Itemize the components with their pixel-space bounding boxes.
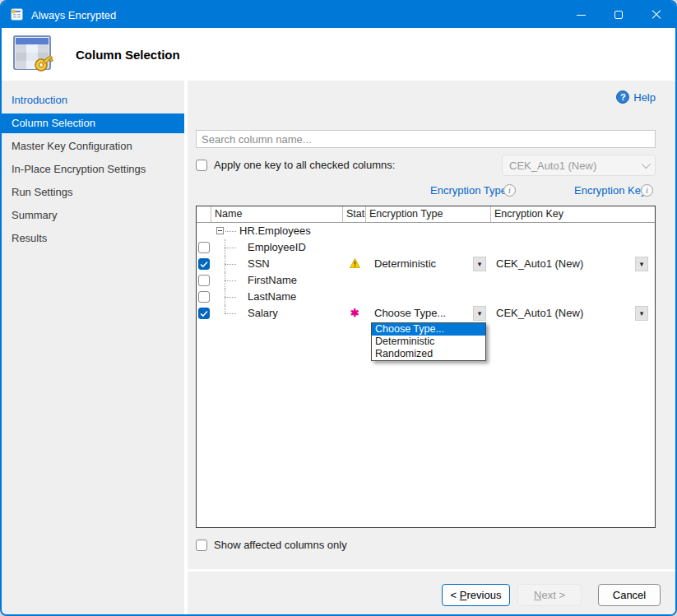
wizard-app-icon [10, 8, 25, 21]
collapse-expander-icon[interactable] [216, 227, 224, 234]
cek-combobox-value: CEK_Auto1 (New) [509, 160, 642, 172]
grid-header-name: Name [211, 206, 343, 222]
check-icon [200, 261, 208, 268]
tree-connector [225, 313, 236, 314]
cek-combobox[interactable]: CEK_Auto1 (New) [502, 155, 656, 176]
help-label: Help [633, 91, 656, 104]
grid-header-encryption-key: Encryption Key [491, 206, 655, 222]
minimize-icon [577, 15, 586, 16]
always-encrypted-window: Always Encrypted [0, 0, 677, 616]
sidebar-item-results[interactable]: Results [2, 229, 184, 248]
tree-connector [225, 248, 236, 248]
lastname-checkbox[interactable] [198, 291, 210, 303]
cancel-button[interactable]: Cancel [598, 584, 661, 606]
table-row-employeeid: EmployeeID [197, 239, 655, 256]
dropdown-option-randomized[interactable]: Randomized [372, 348, 485, 360]
salary-checkbox[interactable] [198, 308, 210, 319]
chevron-down-icon [642, 160, 651, 169]
table-row-firstname: FirstName [197, 272, 655, 289]
close-icon [651, 10, 661, 20]
minimize-button[interactable] [562, 2, 600, 28]
ssn-checkbox[interactable] [198, 258, 210, 270]
sidebar-item-run-settings[interactable]: Run Settings [2, 183, 184, 202]
grid-header-checkbox-column [197, 206, 211, 222]
ssn-encryption-type-dropdown-button[interactable] [473, 257, 486, 271]
show-affected-columns-label: Show affected columns only [214, 539, 347, 551]
apply-one-key-label: Apply one key to all checked columns: [214, 159, 395, 171]
table-key-icon [12, 34, 54, 75]
employeeid-checkbox[interactable] [198, 242, 210, 253]
dropdown-option-choose-type[interactable]: Choose Type... [372, 323, 485, 336]
maximize-icon [614, 11, 623, 19]
encryption-type-info-icon[interactable]: i [503, 184, 516, 197]
table-row-ssn: SSN Deterministic CEK_Auto1 (New) [197, 256, 655, 272]
next-button: Next > [517, 584, 582, 606]
encryption-type-dropdown-list: Choose Type... Deterministic Randomized [371, 322, 486, 361]
column-name: EmployeeID [248, 241, 306, 253]
help-link[interactable]: ? Help [616, 90, 656, 104]
sidebar-item-master-key-configuration[interactable]: Master Key Configuration [2, 137, 184, 156]
wizard-body: Introduction Column Selection Master Key… [2, 81, 675, 614]
footer-divider [188, 569, 675, 572]
show-affected-columns-checkbox[interactable] [196, 540, 207, 551]
maximize-button[interactable] [600, 2, 638, 28]
window-controls [562, 2, 675, 28]
columns-grid: Name State Encryption Type Encryption Ke… [196, 206, 656, 528]
table-row-hr-employees: HR.Employees [197, 223, 655, 239]
titlebar: Always Encrypted [2, 2, 675, 28]
column-name: FirstName [248, 274, 297, 286]
check-icon [200, 310, 208, 317]
encryption-key-info-icon[interactable]: i [641, 184, 653, 197]
tree-connector [225, 264, 236, 265]
warning-icon [350, 258, 360, 271]
wizard-steps-sidebar: Introduction Column Selection Master Key… [2, 81, 184, 614]
sidebar-item-summary[interactable]: Summary [2, 206, 184, 225]
page-title: Column Selection [76, 48, 180, 62]
required-asterisk-icon [350, 307, 359, 319]
sidebar-item-column-selection[interactable]: Column Selection [2, 113, 184, 133]
salary-encryption-key-dropdown-button[interactable] [635, 306, 648, 321]
salary-encryption-type-value[interactable]: Choose Type... [374, 307, 446, 319]
tree-connector [225, 280, 236, 281]
grid-header: Name State Encryption Type Encryption Ke… [197, 206, 655, 223]
apply-one-key-checkbox[interactable] [196, 160, 207, 171]
ssn-encryption-type-value[interactable]: Deterministic [374, 257, 436, 270]
salary-encryption-type-dropdown-button[interactable] [473, 306, 486, 321]
grid-header-state: State [343, 206, 366, 222]
page-header: Column Selection [2, 28, 675, 81]
table-group-name: HR.Employees [239, 225, 311, 237]
column-name: LastName [248, 290, 296, 303]
dropdown-option-deterministic[interactable]: Deterministic [372, 336, 485, 348]
salary-encryption-key-value[interactable]: CEK_Auto1 (New) [496, 307, 583, 319]
close-button[interactable] [638, 2, 675, 28]
table-row-salary: Salary Choose Type... CEK_Auto1 (New) [197, 305, 655, 322]
window-title: Always Encrypted [31, 9, 562, 21]
tree-connector [225, 305, 225, 313]
tree-connector [225, 231, 236, 232]
sidebar-item-introduction[interactable]: Introduction [2, 90, 184, 110]
ssn-encryption-key-value[interactable]: CEK_Auto1 (New) [496, 257, 583, 270]
grid-header-encryption-type: Encryption Type [366, 206, 491, 222]
table-row-lastname: LastName [197, 289, 655, 305]
ssn-encryption-key-dropdown-button[interactable] [635, 257, 648, 271]
column-selection-content: ? Help Apply one key to all checked colu… [188, 81, 675, 614]
encryption-key-link[interactable]: Encryption Key [574, 184, 646, 197]
help-icon: ? [616, 90, 629, 104]
tree-connector [225, 297, 236, 298]
firstname-checkbox[interactable] [198, 275, 210, 286]
search-input[interactable] [196, 130, 656, 148]
column-name: SSN [248, 257, 270, 270]
sidebar-item-in-place-encryption-settings[interactable]: In-Place Encryption Settings [2, 160, 184, 179]
encryption-type-link[interactable]: Encryption Type [430, 184, 507, 197]
column-name: Salary [248, 307, 278, 319]
previous-button[interactable]: < Previous [442, 584, 510, 606]
